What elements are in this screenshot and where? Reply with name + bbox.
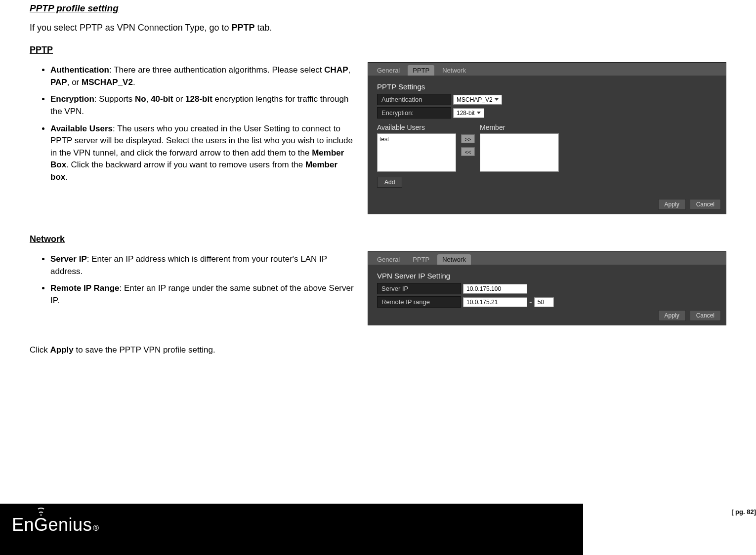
lead-pre: If you select PPTP as VPN Connection Typ… xyxy=(30,23,232,33)
enc-sep2: or xyxy=(173,94,185,104)
available-users-label: Available Users xyxy=(377,123,456,131)
apply-pre: Click xyxy=(30,345,50,355)
auth-field-label: Authentication xyxy=(377,94,451,105)
enc-label: Encryption xyxy=(50,94,94,104)
pptp-screenshot: General PPTP Network PPTP Settings Authe… xyxy=(368,62,726,214)
cancel-button[interactable]: Cancel xyxy=(690,199,721,210)
remote-ip-start-input[interactable]: 10.0.175.21 xyxy=(463,297,527,307)
lead-post: tab. xyxy=(255,23,272,33)
apply-button[interactable]: Apply xyxy=(658,310,686,321)
list-item[interactable]: test xyxy=(379,136,454,143)
page-number: [ pg. 82] xyxy=(731,508,756,515)
enc-b1: No xyxy=(135,94,146,104)
auth-b3: MSCHAP_V2 xyxy=(82,78,133,87)
avail-label: Available Users xyxy=(50,124,113,133)
section-title: PPTP profile setting xyxy=(30,3,726,14)
bullet-available-users: Available Users: The users who you creat… xyxy=(50,123,356,184)
auth-sep2: , or xyxy=(67,78,82,87)
remote-ip-range-label: Remote IP range xyxy=(377,296,461,308)
network-screenshot: General PPTP Network VPN Server IP Setti… xyxy=(368,251,726,325)
enc-select[interactable]: 128-bit xyxy=(453,108,484,118)
network-bullet-list: Server IP: Enter an IP address which is … xyxy=(30,253,356,307)
forward-arrow-button[interactable]: >> xyxy=(461,134,475,143)
apply-bold: Apply xyxy=(50,345,74,355)
footer-bar: EnGenius® xyxy=(0,504,583,555)
enc-select-value: 128-bit xyxy=(457,110,475,117)
auth-end: . xyxy=(133,78,135,87)
pptp-subheading: PPTP xyxy=(30,45,726,55)
tab-network[interactable]: Network xyxy=(437,65,471,76)
row-server-ip: Server IP 10.0.175.100 xyxy=(377,283,717,294)
bullet-remote-ip-range: Remote IP Range: Enter an IP range under… xyxy=(50,282,356,307)
server-ip-label: Server IP xyxy=(377,283,461,294)
available-users-listbox[interactable]: test xyxy=(377,133,456,172)
bullet-encryption: Encryption: Supports No, 40-bit or 128-b… xyxy=(50,93,356,118)
tab-general[interactable]: General xyxy=(372,65,405,76)
engenius-logo: EnGenius® xyxy=(12,515,99,535)
auth-select[interactable]: MSCHAP_V2 xyxy=(453,95,502,105)
enc-sep1: , xyxy=(146,94,151,104)
enc-b2: 40-bit xyxy=(151,94,173,104)
network-subheading: Network xyxy=(30,234,726,244)
lead-bold: PPTP xyxy=(232,23,255,33)
enc-field-label: Encryption: xyxy=(377,107,451,119)
registered-icon: ® xyxy=(93,524,99,533)
tab-network[interactable]: Network xyxy=(437,254,471,265)
rng-label: Remote IP Range xyxy=(50,283,120,293)
tab-general[interactable]: General xyxy=(372,254,405,265)
apply-instruction: Click Apply to save the PPTP VPN profile… xyxy=(30,345,726,355)
member-listbox[interactable] xyxy=(480,133,559,172)
remote-ip-end-input[interactable]: 50 xyxy=(534,297,554,307)
avail-text2: . Click the backward arrow if you want t… xyxy=(66,160,305,169)
tab-pptp[interactable]: PPTP xyxy=(408,254,434,265)
wifi-icon xyxy=(37,508,45,516)
row-remote-ip-range: Remote IP range 10.0.175.21 - 50 xyxy=(377,296,717,308)
auth-sep1: , xyxy=(348,65,351,75)
avail-end: . xyxy=(65,172,68,182)
tabs-bar: General PPTP Network xyxy=(368,252,726,265)
bullet-authentication: Authentication: There are three authenti… xyxy=(50,64,356,88)
lead-paragraph: If you select PPTP as VPN Connection Typ… xyxy=(30,23,726,33)
pptp-panel-title: PPTP Settings xyxy=(377,82,717,91)
auth-label: Authentication xyxy=(50,65,109,75)
srv-label: Server IP xyxy=(50,254,87,264)
users-area: Available Users test >> << Member xyxy=(377,123,717,172)
enc-text1: : Supports xyxy=(94,94,135,104)
pptp-bullet-list: Authentication: There are three authenti… xyxy=(30,64,356,184)
apply-post: to save the PPTP VPN profile setting. xyxy=(74,345,215,355)
cancel-button[interactable]: Cancel xyxy=(690,310,721,321)
chevron-down-icon xyxy=(495,98,499,101)
range-dash: - xyxy=(529,297,532,307)
auth-b2: PAP xyxy=(50,78,67,87)
enc-b3: 128-bit xyxy=(185,94,212,104)
chevron-down-icon xyxy=(477,112,481,114)
bullet-server-ip: Server IP: Enter an IP address which is … xyxy=(50,253,356,278)
apply-button[interactable]: Apply xyxy=(658,199,686,210)
row-authentication: Authentication MSCHAP_V2 xyxy=(377,94,717,105)
row-encryption: Encryption: 128-bit xyxy=(377,107,717,119)
network-panel-title: VPN Server IP Setting xyxy=(377,272,717,280)
tabs-bar: General PPTP Network xyxy=(368,63,726,76)
auth-b1: CHAP xyxy=(324,65,348,75)
tab-pptp[interactable]: PPTP xyxy=(408,65,434,76)
auth-text1: : There are three authentication algorit… xyxy=(109,65,324,75)
add-button[interactable]: Add xyxy=(377,177,402,188)
server-ip-input[interactable]: 10.0.175.100 xyxy=(463,284,527,294)
member-label: Member xyxy=(480,123,559,131)
srv-text: : Enter an IP address which is different… xyxy=(50,254,327,276)
auth-select-value: MSCHAP_V2 xyxy=(457,96,493,103)
backward-arrow-button[interactable]: << xyxy=(461,147,475,156)
